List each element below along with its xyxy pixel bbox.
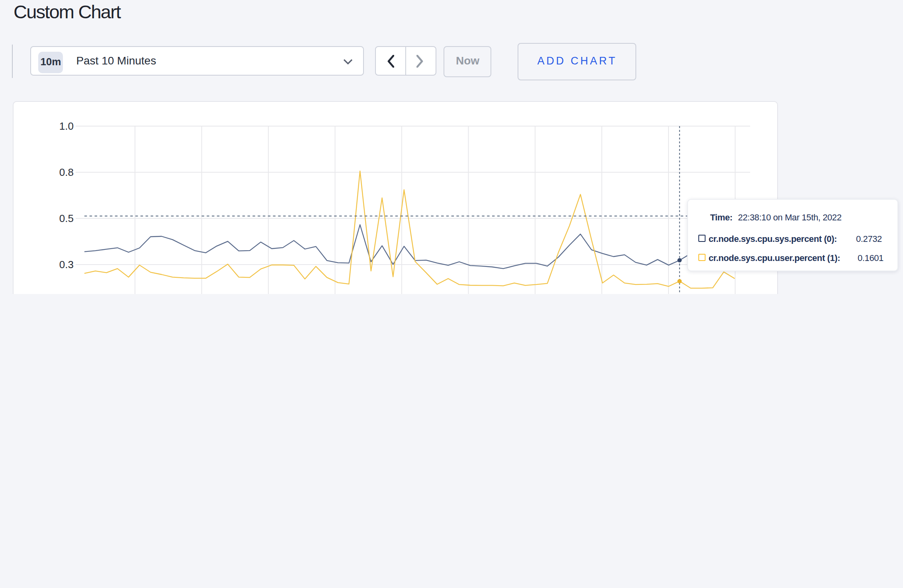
svg-text:0.3: 0.3 (59, 258, 74, 270)
svg-text:0.8: 0.8 (59, 166, 74, 178)
svg-text:1.0: 1.0 (59, 120, 74, 132)
svg-text:0.5: 0.5 (59, 212, 74, 224)
